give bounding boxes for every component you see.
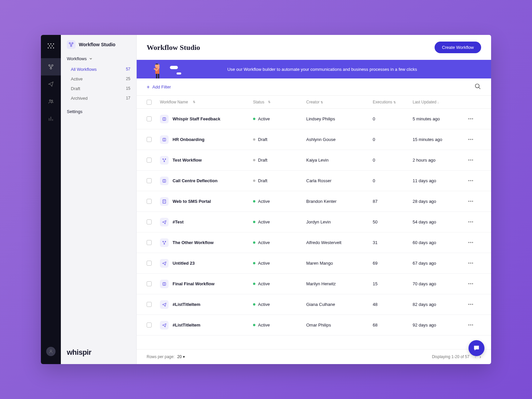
- row-checkbox[interactable]: [147, 281, 152, 286]
- workflow-name: Untitled 23: [173, 261, 195, 266]
- table-row[interactable]: Web to SMS Portal Active Brandon Kenter …: [137, 191, 491, 212]
- table-row[interactable]: Call Centre Deflection Draft Carla Rosse…: [137, 171, 491, 191]
- workflow-name: Final Final Workflow: [173, 281, 214, 286]
- sidebar-item-draft[interactable]: Draft15: [61, 84, 136, 93]
- row-actions-menu[interactable]: •••: [463, 261, 479, 266]
- row-checkbox[interactable]: [147, 219, 152, 224]
- sidebar-item-active[interactable]: Active25: [61, 74, 136, 84]
- row-actions-menu[interactable]: •••: [463, 302, 479, 307]
- table-row[interactable]: #Test Active Jordyn Levin 50 54 days ago…: [137, 212, 491, 232]
- table-header: Workflow Name⇅ Status⇅ Creator⇅ Executio…: [137, 95, 491, 109]
- row-actions-menu[interactable]: •••: [463, 137, 479, 142]
- execution-count: 0: [373, 178, 413, 183]
- column-header-creator[interactable]: Creator⇅: [306, 100, 373, 104]
- row-checkbox[interactable]: [147, 199, 152, 204]
- row-checkbox[interactable]: [147, 240, 152, 245]
- row-checkbox[interactable]: [147, 323, 152, 328]
- page-size-select[interactable]: 20 ▾: [177, 354, 185, 359]
- column-header-executions[interactable]: Executions⇅: [373, 100, 413, 104]
- column-header-name[interactable]: Workflow Name⇅: [160, 100, 253, 104]
- workflow-name: #ListTitleItem: [173, 302, 200, 307]
- last-updated: 70 days ago: [413, 281, 463, 286]
- table-row[interactable]: The Other Workflow Active Alfredo Wester…: [137, 232, 491, 253]
- last-updated: 5 minutes ago: [413, 116, 463, 121]
- sidebar-item-archived[interactable]: Archived17: [61, 93, 136, 103]
- creator-name: Jordyn Levin: [306, 219, 373, 224]
- table-row[interactable]: Final Final Workflow Active Marilyn Herw…: [137, 274, 491, 294]
- header: Workflow Studio Create Workflow: [137, 35, 491, 60]
- creator-name: Alfredo Westervelt: [306, 240, 373, 245]
- row-actions-menu[interactable]: •••: [463, 323, 479, 328]
- search-button[interactable]: [474, 83, 481, 91]
- user-avatar[interactable]: [46, 347, 56, 356]
- workflow-type-icon: [160, 300, 169, 309]
- creator-name: Ashlynn Gouse: [306, 137, 373, 142]
- row-actions-menu[interactable]: •••: [463, 219, 479, 224]
- create-workflow-button[interactable]: Create Workflow: [435, 42, 481, 53]
- nav-campaigns[interactable]: [41, 75, 61, 93]
- workflow-type-icon: [160, 280, 169, 288]
- info-banner: Use our Workflow builder to automate you…: [137, 60, 491, 78]
- row-actions-menu[interactable]: •••: [463, 158, 479, 163]
- row-actions-menu[interactable]: •••: [463, 116, 479, 121]
- svg-point-4: [52, 46, 53, 47]
- workflow-name: Call Centre Deflection: [173, 178, 217, 183]
- status-text: Draft: [258, 137, 267, 142]
- app-logo[interactable]: [41, 35, 61, 58]
- nav-analytics[interactable]: [41, 110, 61, 127]
- execution-count: 50: [373, 219, 413, 224]
- table-row[interactable]: Untitled 23 Active Maren Mango 69 67 day…: [137, 253, 491, 274]
- nav-contacts[interactable]: [41, 93, 61, 110]
- table-row[interactable]: #ListTitleItem Active Giana Culhane 48 8…: [137, 294, 491, 315]
- row-actions-menu[interactable]: •••: [463, 240, 479, 245]
- sidebar-item-all-workflows[interactable]: All Workflows57: [61, 65, 136, 74]
- row-actions-menu[interactable]: •••: [463, 281, 479, 286]
- status-dot: [253, 241, 255, 244]
- chat-fab[interactable]: [468, 340, 484, 356]
- sidebar-group-workflows[interactable]: Workflows: [61, 54, 136, 63]
- workflow-type-icon: [160, 321, 169, 330]
- column-header-updated[interactable]: Last Updated↓: [413, 100, 463, 104]
- column-header-status[interactable]: Status⇅: [253, 100, 306, 104]
- status-dot: [253, 200, 255, 202]
- creator-name: Omar Philips: [306, 323, 373, 328]
- status-text: Draft: [258, 178, 267, 183]
- status-text: Active: [258, 219, 270, 224]
- creator-name: Carla Rosser: [306, 178, 373, 183]
- status-dot: [253, 303, 255, 306]
- row-actions-menu[interactable]: •••: [463, 199, 479, 204]
- svg-point-2: [53, 44, 54, 45]
- select-all-checkbox[interactable]: [147, 100, 152, 105]
- add-filter-button[interactable]: + Add Filter: [147, 84, 171, 90]
- workflow-type-icon: [160, 197, 169, 206]
- status-dot: [253, 159, 255, 161]
- banner-illustration: [137, 60, 187, 78]
- row-checkbox[interactable]: [147, 178, 152, 183]
- last-updated: 54 days ago: [413, 219, 463, 224]
- row-checkbox[interactable]: [147, 137, 152, 142]
- row-checkbox[interactable]: [147, 261, 152, 266]
- display-range-text: Displaying 1-20 of 57: [432, 354, 469, 359]
- row-actions-menu[interactable]: •••: [463, 178, 479, 183]
- table-row[interactable]: HR Onboarding Draft Ashlynn Gouse 0 15 m…: [137, 129, 491, 150]
- table-row[interactable]: #ListTitleItem Active Omar Philips 68 92…: [137, 315, 491, 335]
- svg-rect-28: [163, 200, 166, 203]
- sort-icon: ⇅: [393, 101, 396, 104]
- status-dot: [253, 138, 255, 141]
- svg-point-0: [48, 44, 49, 45]
- sidebar-settings[interactable]: Settings: [61, 104, 136, 119]
- nav-workflows[interactable]: [41, 58, 61, 75]
- rows-per-page-label: Rows per page:: [147, 354, 175, 359]
- row-checkbox[interactable]: [147, 302, 152, 307]
- row-checkbox[interactable]: [147, 158, 152, 163]
- last-updated: 11 days ago: [413, 178, 463, 183]
- table-row[interactable]: Test Workflow Draft Kaiya Levin 0 2 hour…: [137, 150, 491, 171]
- row-checkbox[interactable]: [147, 116, 152, 121]
- sort-icon: ⇅: [268, 100, 271, 104]
- workflow-name: Web to SMS Portal: [173, 199, 211, 204]
- table-row[interactable]: Whispir Staff Feedback Active Lindsey Ph…: [137, 109, 491, 129]
- workflow-type-icon: [160, 177, 169, 185]
- execution-count: 87: [373, 199, 413, 204]
- svg-rect-19: [156, 74, 157, 78]
- sort-down-icon: ↓: [437, 101, 439, 104]
